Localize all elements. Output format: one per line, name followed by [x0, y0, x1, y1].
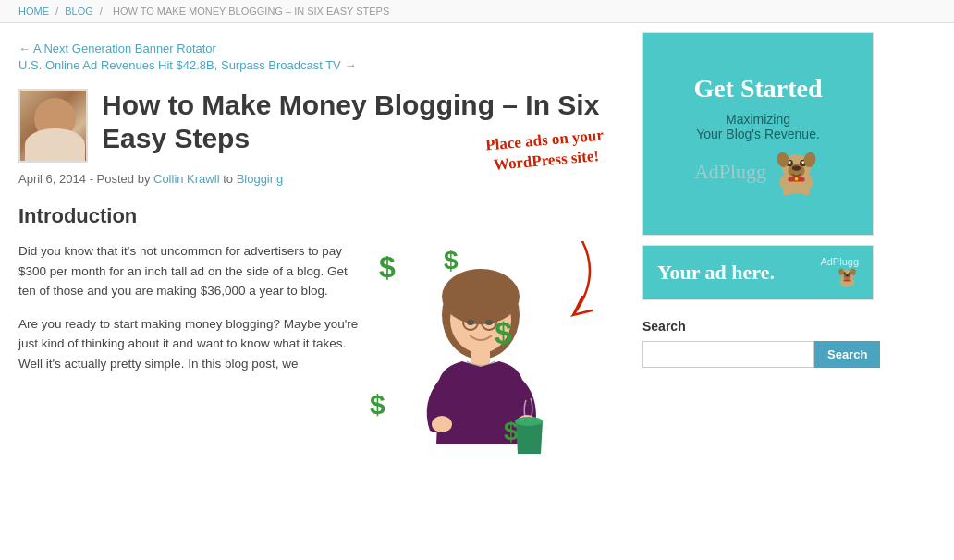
svg-point-26 — [795, 177, 799, 181]
search-widget: Search Search — [642, 314, 874, 372]
search-input[interactable] — [642, 341, 814, 368]
woman-illustration — [388, 260, 573, 481]
ad-get-started-title: Get Started — [693, 73, 822, 104]
prev-post-link[interactable]: A Next Generation Banner Rotator — [18, 42, 601, 55]
svg-point-12 — [432, 416, 452, 432]
breadcrumb: HOME / BLOG / HOW TO MAKE MONEY BLOGGING… — [0, 0, 954, 23]
intro-text: Did you know that it's not uncommon for … — [18, 241, 361, 481]
post-date: April 6, 2014 — [18, 172, 86, 186]
svg-point-6 — [467, 320, 474, 325]
search-row: Search — [642, 341, 874, 368]
sidebar: Get Started Maximizing Your Blog's Reven… — [629, 23, 887, 500]
money-sign-5: $ — [504, 417, 519, 446]
breadcrumb-home[interactable]: HOME — [18, 6, 49, 17]
money-sign-4: $ — [370, 389, 385, 420]
breadcrumb-sep1: / — [55, 6, 58, 17]
ad-banner-get-started[interactable]: Get Started Maximizing Your Blog's Reven… — [642, 32, 874, 236]
main-content: A Next Generation Banner Rotator U.S. On… — [0, 23, 629, 500]
search-button[interactable]: Search — [814, 341, 880, 368]
search-label: Search — [642, 319, 874, 334]
ad-maximizing: Maximizing — [726, 112, 790, 127]
pug-icon-small — [836, 267, 859, 287]
svg-point-7 — [485, 320, 493, 325]
intro-section: Did you know that it's not uncommon for … — [18, 241, 601, 481]
ad-plugg-text: AdPlugg — [694, 160, 766, 184]
svg-rect-35 — [844, 280, 851, 282]
svg-point-11 — [515, 417, 543, 426]
post-author-link[interactable]: Collin Krawll — [153, 172, 220, 186]
post-meta-text: - Posted by — [90, 172, 153, 186]
money-sign-3: $ — [495, 315, 512, 351]
money-sign-2: $ — [444, 246, 459, 275]
ad-plugg-small: AdPlugg — [820, 256, 859, 289]
breadcrumb-sep2: / — [100, 6, 103, 17]
svg-rect-23 — [783, 189, 789, 194]
post-category-link[interactable]: Blogging — [237, 172, 284, 186]
svg-point-30 — [846, 274, 850, 276]
intro-p2: Are you ready to start making money blog… — [18, 314, 361, 374]
svg-rect-24 — [803, 189, 810, 194]
illustration-area: $ $ $ $ $ — [361, 241, 601, 481]
intro-p1: Did you know that it's not uncommon for … — [18, 241, 361, 301]
next-post-link[interactable]: U.S. Online Ad Revenues Hit $42.8B, Surp… — [18, 58, 601, 72]
post-navigation: A Next Generation Banner Rotator U.S. On… — [18, 42, 601, 72]
breadcrumb-current: HOW TO MAKE MONEY BLOGGING – IN SIX EASY… — [113, 6, 389, 17]
intro-heading: Introduction — [18, 204, 601, 228]
pug-icon — [771, 149, 822, 195]
ad-plugg-logo-area: AdPlugg — [694, 149, 822, 195]
svg-point-16 — [792, 165, 801, 170]
post-to: to — [223, 172, 236, 186]
ad-revenue: Your Blog's Revenue. — [696, 127, 820, 141]
svg-rect-8 — [471, 348, 490, 367]
money-sign-1: $ — [379, 250, 396, 285]
author-avatar — [18, 89, 88, 163]
ad-banner-your-ad[interactable]: Your ad here. AdPlugg — [642, 245, 874, 300]
breadcrumb-blog[interactable]: BLOG — [65, 6, 93, 17]
ad-your-ad-text: Your ad here. — [657, 261, 775, 285]
